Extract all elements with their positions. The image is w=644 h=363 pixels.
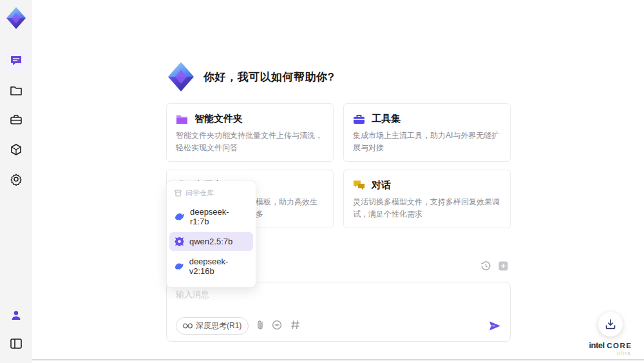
briefcase-icon <box>10 114 23 126</box>
send-icon <box>489 320 501 331</box>
model-option-label: qwen2.5:7b <box>189 237 232 246</box>
infinity-icon <box>183 323 193 329</box>
model-option-label: deepseek-v2:16b <box>189 257 248 276</box>
folder-icon <box>176 114 188 124</box>
sidebar-item-tools[interactable] <box>5 110 27 130</box>
chat-bubble-icon <box>10 55 23 66</box>
sidebar-item-folders[interactable] <box>5 80 27 101</box>
card-toolset[interactable]: 工具集 集成市场上主流工具，助力AI与外界无缝扩展与对接 <box>343 103 511 162</box>
qwen-icon <box>175 237 184 246</box>
sidebar-item-collapse[interactable] <box>5 333 27 354</box>
model-option-deepseek-v2[interactable]: deepseek-v2:16b <box>169 252 253 280</box>
deep-think-label: 深度思考(R1) <box>196 320 242 331</box>
chat-icon <box>353 180 365 191</box>
intel-ultra-label: ultra <box>587 350 634 357</box>
card-title: 智能文件夹 <box>194 113 243 125</box>
history-icon <box>480 260 491 271</box>
card-title: 对话 <box>372 179 391 191</box>
card-desc: 集成市场上主流工具，助力AI与外界无缝扩展与对接 <box>353 130 501 153</box>
model-dropdown-header: 问学仓库 <box>169 185 253 202</box>
app-window: 你好，我可以如何帮助你? 智能文件夹 智能文件夹功能支持批量文件上传与清洗，轻松… <box>0 0 644 363</box>
sidebar-item-chat[interactable] <box>5 50 27 71</box>
history-button[interactable] <box>480 260 491 274</box>
deepseek-icon <box>175 213 185 221</box>
window-bottom-edge <box>32 359 644 360</box>
translate-button[interactable] <box>272 320 282 333</box>
deepseek-icon <box>175 262 184 270</box>
download-icon <box>605 319 616 330</box>
model-option-deepseek-r1[interactable]: deepseek-r1:7b <box>169 202 253 231</box>
folder-icon <box>10 85 23 96</box>
attach-button[interactable] <box>257 320 263 333</box>
sidebar <box>0 0 32 363</box>
grid-icon <box>290 320 300 329</box>
add-square-icon <box>498 260 509 271</box>
message-input[interactable] <box>176 289 501 311</box>
paperclip-icon <box>257 320 263 330</box>
greeting: 你好，我可以如何帮助你? <box>166 61 334 92</box>
model-dropdown: 问学仓库 deepseek-r1:7b qwen2.5:7b <box>166 181 256 288</box>
panel-toggle-icon <box>10 338 23 349</box>
card-smart-folder[interactable]: 智能文件夹 智能文件夹功能支持批量文件上传与清洗，轻松实现文件问答 <box>166 103 334 162</box>
gear-icon <box>10 173 23 186</box>
greeting-logo-icon <box>166 61 196 92</box>
send-button[interactable] <box>489 320 501 331</box>
sidebar-item-user[interactable] <box>5 305 27 326</box>
user-icon <box>10 309 22 321</box>
main-area: 你好，我可以如何帮助你? 智能文件夹 智能文件夹功能支持批量文件上传与清洗，轻松… <box>32 0 644 363</box>
greeting-title: 你好，我可以如何帮助你? <box>204 70 334 84</box>
repository-icon <box>175 190 182 197</box>
globe-icon <box>272 320 282 330</box>
card-desc: 灵活切换多模型文件，支持多样回复效果调试，满足个性化需求 <box>353 196 501 220</box>
sidebar-item-apps[interactable] <box>5 139 27 160</box>
sidebar-item-settings[interactable] <box>5 169 27 190</box>
card-conversation[interactable]: 对话 灵活切换多模型文件，支持多样回复效果调试，满足个性化需求 <box>343 170 511 228</box>
intel-corner: intel CORE ultra <box>587 312 634 357</box>
card-title: 工具集 <box>372 113 401 125</box>
download-button[interactable] <box>598 312 623 337</box>
deep-think-toggle[interactable]: 深度思考(R1) <box>176 317 249 335</box>
model-option-label: deepseek-r1:7b <box>190 207 248 226</box>
briefcase-icon <box>353 113 365 124</box>
intel-core-logo: intel CORE <box>587 340 634 350</box>
message-composer: 深度思考(R1) <box>166 282 511 342</box>
prompt-library-button[interactable] <box>290 320 300 332</box>
cube-icon <box>10 143 23 156</box>
model-option-qwen[interactable]: qwen2.5:7b <box>169 232 253 251</box>
card-desc: 智能文件夹功能支持批量文件上传与清洗，轻松实现文件问答 <box>176 130 324 153</box>
new-chat-button[interactable] <box>498 260 509 274</box>
app-logo-icon <box>5 6 27 30</box>
model-dropdown-header-label: 问学仓库 <box>185 188 214 198</box>
